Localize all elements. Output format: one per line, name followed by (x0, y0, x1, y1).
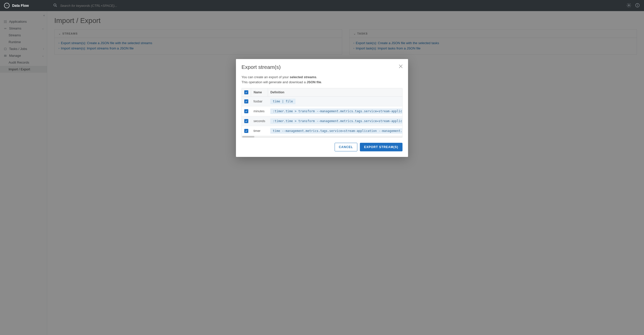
checkbox-row[interactable] (244, 109, 248, 113)
info-icon[interactable] (635, 3, 640, 9)
cell-name: timer (251, 126, 268, 136)
modal-desc-text: . (321, 80, 322, 84)
table-row[interactable]: seconds :timer.time > transform --manage… (242, 116, 402, 126)
cell-name: seconds (251, 116, 268, 126)
search-icon (53, 3, 58, 8)
svg-line-1 (56, 6, 57, 7)
modal-overlay[interactable]: Export stream(s) You can create an expor… (0, 11, 644, 335)
modal-description: You can create an export of your selecte… (241, 75, 402, 85)
checkbox-select-all[interactable] (244, 90, 248, 94)
checkbox-row[interactable] (244, 129, 248, 133)
gear-icon[interactable] (626, 3, 631, 9)
svg-point-5 (637, 4, 638, 4)
modal-desc-bold: JSON file (307, 80, 321, 84)
table-row[interactable]: foobar time | file (242, 97, 402, 106)
cell-definition: :timer.time > transform --management.met… (270, 118, 402, 124)
close-icon[interactable] (398, 64, 404, 69)
modal-desc-text: This operation will generate and downloa… (241, 80, 307, 84)
brand-name: Data Flow (12, 4, 29, 8)
column-header-definition: Definition (268, 88, 402, 97)
search-input[interactable] (60, 4, 622, 8)
topbar: Data Flow (0, 0, 644, 11)
modal-actions: CANCEL EXPORT STREAM(S) (241, 143, 402, 151)
modal-desc-text: You can create an export of your (241, 75, 290, 79)
cell-definition: time --management.metrics.tags.service=s… (270, 128, 402, 134)
svg-point-0 (54, 4, 56, 6)
column-header-name: Name (251, 88, 268, 97)
checkbox-row[interactable] (244, 119, 248, 123)
streams-table: Name Definition foobar time | file minut (242, 88, 402, 136)
modal-desc-text: . (316, 75, 317, 79)
checkbox-row[interactable] (244, 99, 248, 103)
cell-name: minutes (251, 106, 268, 116)
table-row[interactable]: timer time --management.metrics.tags.ser… (242, 126, 402, 136)
scrollbar-thumb[interactable] (242, 136, 254, 137)
brand: Data Flow (4, 3, 29, 8)
horizontal-scrollbar[interactable] (242, 136, 402, 137)
table-row[interactable]: minutes :timer.time > transform --manage… (242, 106, 402, 116)
export-streams-button[interactable]: EXPORT STREAM(S) (360, 143, 402, 151)
export-streams-modal: Export stream(s) You can create an expor… (236, 59, 408, 157)
modal-title: Export stream(s) (241, 64, 402, 70)
cell-definition: :timer.time > transform --management.met… (270, 108, 402, 114)
cancel-button[interactable]: CANCEL (335, 143, 357, 151)
brand-logo-icon (4, 3, 10, 8)
svg-point-2 (628, 5, 630, 6)
search-area (33, 3, 622, 8)
topbar-actions (626, 3, 640, 9)
streams-table-wrap: Name Definition foobar time | file minut (241, 88, 402, 138)
modal-desc-bold: selected streams (290, 75, 316, 79)
cell-name: foobar (251, 97, 268, 106)
cell-definition: time | file (270, 99, 295, 104)
